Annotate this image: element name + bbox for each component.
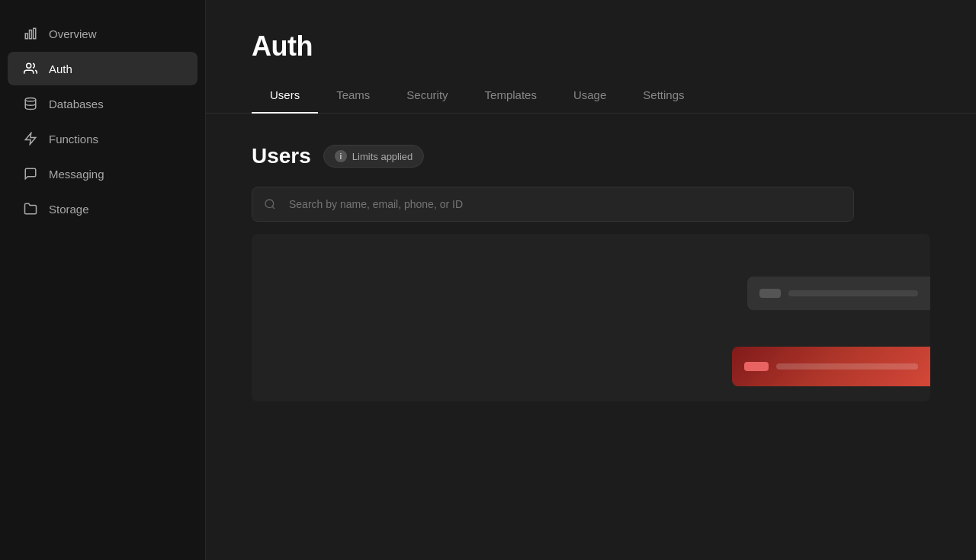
limits-applied-badge[interactable]: i Limits applied [323, 145, 425, 168]
main-content: Auth Users Teams Security Templates Usag… [206, 0, 976, 560]
floating-action-1[interactable] [747, 277, 930, 310]
sidebar-item-storage[interactable]: Storage [8, 192, 197, 226]
tab-templates[interactable]: Templates [467, 78, 555, 114]
message-icon [23, 166, 38, 181]
tab-teams[interactable]: Teams [318, 78, 388, 114]
sidebar-item-label: Databases [49, 98, 104, 110]
btn-line-2 [776, 363, 918, 370]
search-icon [264, 198, 276, 210]
sidebar-item-overview[interactable]: Overview [8, 17, 197, 50]
svg-rect-0 [25, 34, 27, 39]
tab-settings[interactable]: Settings [624, 78, 702, 114]
sidebar-item-functions[interactable]: Functions [8, 122, 197, 155]
sidebar-item-label: Functions [49, 133, 98, 146]
bar-chart-icon [23, 26, 38, 41]
limits-badge-text: Limits applied [352, 151, 413, 162]
sidebar: Overview Auth Databases [0, 0, 206, 560]
folder-icon [23, 201, 38, 216]
search-input[interactable] [252, 187, 854, 222]
sidebar-item-label: Messaging [49, 168, 104, 181]
tab-security[interactable]: Security [388, 78, 466, 114]
svg-rect-2 [34, 28, 36, 39]
svg-point-4 [25, 98, 36, 102]
btn-line-1 [788, 290, 918, 296]
sidebar-item-messaging[interactable]: Messaging [8, 157, 197, 190]
section-title: Users [252, 144, 311, 168]
sidebar-item-auth[interactable]: Auth [8, 52, 197, 85]
search-container [252, 187, 930, 222]
page-title: Auth [252, 30, 930, 62]
btn-dot-1 [759, 289, 781, 298]
svg-rect-1 [30, 30, 32, 39]
tab-users[interactable]: Users [252, 78, 318, 114]
page-header: Auth [206, 0, 976, 78]
database-icon [23, 96, 38, 111]
section-header: Users i Limits applied [252, 144, 930, 168]
tab-usage[interactable]: Usage [555, 78, 624, 114]
tabs-container: Users Teams Security Templates Usage Set… [206, 78, 976, 114]
sidebar-item-label: Storage [49, 203, 89, 216]
btn-dot-2 [744, 362, 769, 371]
sidebar-nav: Overview Auth Databases [0, 15, 205, 227]
sidebar-item-label: Auth [49, 62, 72, 75]
users-icon [23, 61, 38, 76]
svg-marker-5 [25, 133, 36, 145]
content-area: Users i Limits applied [206, 114, 976, 560]
bolt-icon [23, 131, 38, 146]
sidebar-item-label: Overview [49, 27, 97, 40]
svg-line-7 [272, 206, 274, 209]
users-table-area [252, 234, 930, 402]
sidebar-item-databases[interactable]: Databases [8, 87, 197, 120]
svg-point-6 [265, 200, 274, 208]
floating-action-2[interactable] [732, 347, 930, 386]
info-icon: i [335, 150, 347, 162]
svg-point-3 [27, 63, 31, 68]
